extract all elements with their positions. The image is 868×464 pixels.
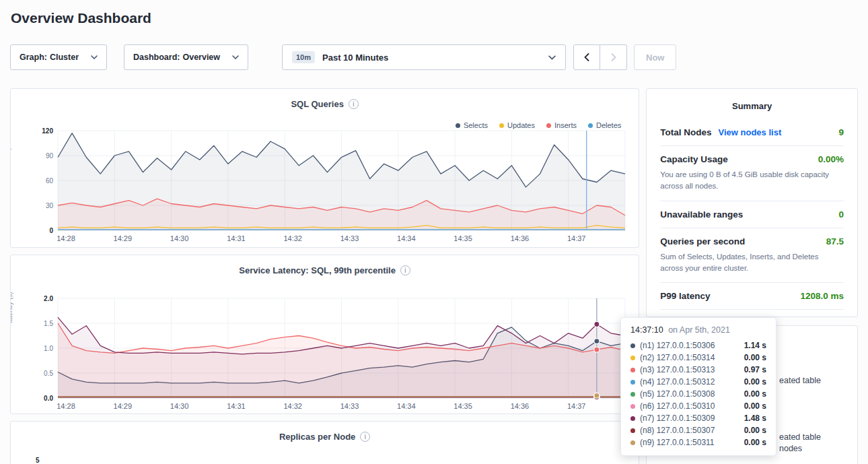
graph-dropdown-label: Graph: bbox=[20, 53, 47, 62]
chart-canvas: 0.00.51.01.52.014:2814:2914:3014:3114:32… bbox=[28, 293, 628, 413]
tooltip-time: 14:37:10 bbox=[630, 325, 663, 335]
svg-text:14:30: 14:30 bbox=[170, 234, 189, 242]
summary-panel: Summary Total Nodes View nodes list 9 Ca… bbox=[646, 88, 858, 317]
svg-text:2.0: 2.0 bbox=[44, 295, 53, 302]
node-color-dot bbox=[630, 428, 635, 433]
node-latency-value: 0.00 s bbox=[744, 389, 766, 399]
node-address: (n8) 127.0.0.1:50307 bbox=[640, 426, 715, 435]
time-forward-button[interactable] bbox=[600, 44, 627, 70]
dashboard-dropdown-value: Overview bbox=[182, 53, 220, 62]
node-latency-value: 0.00 s bbox=[744, 401, 766, 411]
svg-text:0.0: 0.0 bbox=[44, 395, 53, 402]
stat-p99-latency: P99 latency 1208.0 ms bbox=[660, 283, 844, 310]
svg-text:14:33: 14:33 bbox=[340, 234, 359, 242]
node-color-dot bbox=[630, 392, 635, 397]
node-address: (n1) 127.0.0.1:50306 bbox=[640, 341, 715, 350]
info-icon[interactable]: i bbox=[360, 432, 370, 442]
stat-queries-per-second: Queries per second 87.5 Sum of Selects, … bbox=[660, 228, 844, 284]
svg-text:14:31: 14:31 bbox=[227, 234, 246, 242]
tooltip-row: (n8) 127.0.0.1:503070.00 s bbox=[630, 424, 766, 436]
svg-text:0: 0 bbox=[49, 227, 53, 234]
page-title: Overview Dashboard bbox=[0, 0, 868, 26]
stat-value: 0.00% bbox=[818, 154, 844, 164]
chart-title-row: Replicas per Node i bbox=[11, 422, 639, 442]
node-latency-value: 1.14 s bbox=[744, 341, 766, 350]
y-axis-label: latency (s) bbox=[10, 292, 13, 323]
service-latency-chart[interactable]: 0.00.51.01.52.014:2814:2914:3014:3114:32… bbox=[28, 293, 628, 413]
summary-title: Summary bbox=[660, 89, 844, 119]
svg-text:1.5: 1.5 bbox=[44, 320, 53, 327]
chart-title: Replicas per Node bbox=[279, 432, 355, 442]
node-latency-value: 0.00 s bbox=[744, 353, 766, 362]
sql-queries-chart[interactable]: 030609012014:2814:2914:3014:3114:3214:33… bbox=[28, 125, 628, 245]
event-list-item[interactable]: eated table nodes bbox=[779, 432, 821, 455]
time-back-button[interactable] bbox=[573, 44, 600, 70]
tooltip-date: on Apr 5th, 2021 bbox=[668, 325, 730, 335]
chart-hover-tooltip: 14:37:10 on Apr 5th, 2021 (n1) 127.0.0.1… bbox=[620, 317, 776, 456]
time-step-buttons bbox=[573, 44, 627, 70]
stat-value: 1208.0 ms bbox=[800, 291, 844, 301]
chart-title-row: SQL Queries i bbox=[11, 89, 639, 109]
chart-title: SQL Queries bbox=[291, 99, 344, 109]
event-list-item[interactable]: eated table bbox=[779, 375, 821, 387]
node-address: (n2) 127.0.0.1:50314 bbox=[640, 353, 715, 362]
svg-text:14:30: 14:30 bbox=[170, 402, 189, 410]
dashboard-dropdown[interactable]: Dashboard: Overview bbox=[124, 44, 248, 70]
tooltip-row: (n1) 127.0.0.1:503061.14 s bbox=[630, 339, 766, 352]
tooltip-row: (n3) 127.0.0.1:503130.97 s bbox=[630, 364, 766, 376]
svg-text:90: 90 bbox=[46, 152, 54, 160]
stat-label: Capacity Usage bbox=[660, 154, 728, 164]
svg-text:14:29: 14:29 bbox=[114, 402, 133, 410]
svg-text:14:32: 14:32 bbox=[283, 234, 302, 242]
stat-label: Queries per second bbox=[660, 236, 745, 246]
svg-text:14:34: 14:34 bbox=[397, 234, 416, 242]
node-address: (n9) 127.0.0.1:50311 bbox=[640, 438, 715, 447]
info-icon[interactable]: i bbox=[400, 265, 410, 275]
page: Overview Dashboard Graph: Cluster Dashbo… bbox=[0, 0, 868, 464]
svg-text:14:28: 14:28 bbox=[57, 402, 75, 410]
sql-queries-panel: SQL Queries i SelectsUpdatesInsertsDelet… bbox=[10, 88, 639, 248]
svg-text:1.0: 1.0 bbox=[44, 345, 53, 352]
svg-text:14:33: 14:33 bbox=[340, 402, 359, 410]
info-icon[interactable]: i bbox=[349, 99, 359, 109]
event-text: eated table bbox=[779, 375, 821, 387]
tooltip-rows: (n1) 127.0.0.1:503061.14 s(n2) 127.0.0.1… bbox=[630, 339, 766, 449]
node-color-dot bbox=[630, 416, 635, 421]
node-latency-value: 0.00 s bbox=[744, 377, 766, 387]
event-text: nodes bbox=[779, 443, 821, 455]
svg-text:14:28: 14:28 bbox=[57, 234, 75, 242]
stat-description: You are using 0 B of 4.5 GiB usable disk… bbox=[660, 169, 844, 193]
chart-canvas: 030609012014:2814:2914:3014:3114:3214:33… bbox=[28, 125, 628, 245]
node-address: (n3) 127.0.0.1:50313 bbox=[640, 365, 715, 374]
graph-dropdown-value: Cluster bbox=[50, 53, 79, 62]
stat-description: Sum of Selects, Updates, Inserts, and De… bbox=[660, 251, 844, 275]
svg-text:14:36: 14:36 bbox=[511, 402, 530, 410]
node-latency-value: 0.97 s bbox=[744, 365, 766, 374]
replicas-per-node-panel: Replicas per Node i 5 bbox=[10, 421, 639, 464]
time-range-picker[interactable]: 10m Past 10 Minutes bbox=[282, 44, 566, 70]
now-button[interactable]: Now bbox=[634, 44, 676, 70]
graph-dropdown[interactable]: Graph: Cluster bbox=[10, 44, 107, 70]
y-axis-label: queries bbox=[10, 130, 11, 152]
node-address: (n5) 127.0.0.1:50308 bbox=[640, 389, 715, 399]
svg-text:30: 30 bbox=[46, 202, 54, 209]
time-range-badge: 10m bbox=[292, 51, 315, 63]
toolbar: Graph: Cluster Dashboard: Overview 10m P… bbox=[10, 44, 858, 70]
node-color-dot bbox=[630, 380, 635, 385]
svg-text:14:29: 14:29 bbox=[114, 234, 133, 242]
stat-unavailable-ranges: Unavailable ranges 0 bbox=[660, 201, 844, 228]
svg-text:14:35: 14:35 bbox=[454, 402, 472, 410]
tooltip-row: (n2) 127.0.0.1:503140.00 s bbox=[630, 352, 766, 364]
stat-label: P99 latency bbox=[660, 291, 710, 301]
stat-capacity-usage: Capacity Usage 0.00% You are using 0 B o… bbox=[660, 146, 844, 201]
time-range-label: Past 10 Minutes bbox=[322, 53, 388, 63]
node-latency-value: 1.48 s bbox=[744, 413, 766, 423]
tooltip-row: (n6) 127.0.0.1:503100.00 s bbox=[630, 400, 766, 412]
view-nodes-list-link[interactable]: View nodes list bbox=[719, 127, 782, 137]
node-color-dot bbox=[630, 404, 635, 409]
stat-label: Total Nodes bbox=[660, 127, 711, 137]
node-address: (n4) 127.0.0.1:50312 bbox=[640, 377, 715, 387]
chevron-down-icon bbox=[91, 55, 98, 59]
node-latency-value: 0.00 s bbox=[744, 438, 766, 447]
node-color-dot bbox=[630, 440, 635, 445]
